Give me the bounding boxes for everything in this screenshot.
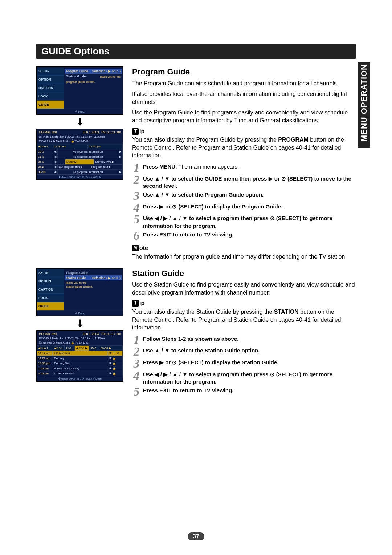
pg-cell: Dummy Two ▶ — [94, 159, 123, 164]
tip-before: You can also display the Station Guide b… — [132, 309, 274, 315]
tv-station-guide-screen: HD Max test Jun 1 2003, Thu 11:17 am DTV… — [36, 330, 123, 382]
pg-ch: 35-1 — [37, 159, 53, 164]
note-label: Note — [132, 244, 356, 252]
step-bold: Follow Steps 1-2 as shown as above. — [143, 336, 238, 342]
pg-tip-text: You can also display the Program Guide b… — [132, 136, 356, 159]
step-num: 3 — [132, 190, 141, 202]
tip-label: Tip — [132, 127, 356, 135]
sg-time: 12:00 pm — [37, 361, 53, 366]
pg-date: Jun 1 2003, Thu 11:21 am — [83, 130, 121, 134]
pg-ch: 11-1 — [37, 154, 53, 159]
step-bold: Use ▲ / ▼ to select the Program Guide op… — [143, 191, 264, 198]
page-number: 37 — [188, 532, 204, 540]
pg-step-1: 1Press MENU. The main menu appears. — [132, 162, 356, 174]
pg-sub2: ⊞Full Info ⊘ Multi Audio 🔒TV-14-D-S — [37, 139, 123, 144]
pg-cell-selected: Dummy — [65, 159, 94, 164]
sg-date: Jun 1 2003, Thu 11:17 am — [83, 332, 121, 336]
sg-chcol-selected: ◀ 35-1 ▶ — [75, 346, 89, 351]
pg-ch: 10-1 — [37, 149, 53, 154]
sg-prog: Dummy — [53, 356, 108, 361]
pg-note-text: The information for program guide and ti… — [132, 253, 356, 261]
sg-tip-text: You can also display the Station Guide b… — [132, 308, 356, 332]
tv-foot-prev: ⏎ Prev. — [37, 109, 123, 114]
sg-sub2: ⊞Full Info ⊘ Multi Audio 🔒TV-14-D-S — [37, 341, 123, 345]
sg-chcol: 35-2 — [89, 346, 99, 351]
tip-label: Tip — [132, 299, 356, 307]
tv-side-caption: CAPTION — [37, 84, 64, 92]
pg-cell: ◀ — [53, 165, 58, 169]
tip-bold: STATION — [274, 309, 299, 315]
tv-item-station-guide: Station Guide — [66, 74, 86, 79]
tip-bold: PROGRAM — [278, 137, 309, 143]
step-bold: Press ▶ or ⊙ (SELECT) to display the Pro… — [143, 203, 282, 210]
pg-intro-1: The Program Guide contains schedule and … — [132, 80, 356, 88]
tv-side-setup: SETUP — [37, 67, 64, 76]
tv-item-sel-hint: Selection ( ▶ or ⊙ ) — [92, 69, 121, 73]
tv-program-guide-screen: HD Max test Jun 1 2003, Thu 11:21 am DTV… — [36, 129, 123, 180]
pg-step-2: 2Use ▲ / ▼ to select the GUIDE menu then… — [132, 174, 356, 190]
pg-foot: ✢Move ⊙Full Info ⟳ Scan ⏎Date — [37, 174, 123, 179]
sg-time: 11:22 am — [37, 356, 53, 361]
pg-title: HD Max test — [39, 130, 57, 134]
sg-step-3: 3Press ▶ or ⊙ (SELECT) to display the St… — [132, 358, 356, 369]
pg-cell: ◀ — [53, 170, 58, 174]
sg-step-2: 2Use ▲ / ▼ to select the Station Guide o… — [132, 346, 356, 357]
pg-intro-2: It also provides local over-the-air chan… — [132, 90, 356, 106]
arrow-down-icon: ⬇ — [36, 117, 123, 127]
sg-date-nav: ◀ Jun 1 — [37, 346, 53, 351]
step-num: 4 — [132, 370, 141, 381]
sg-prog: More Dummies — [53, 371, 108, 376]
tv-foot-prev: ⏎ Prev. — [37, 311, 123, 316]
step-num: 2 — [132, 174, 141, 186]
arrow-down-icon: ⬇ — [36, 319, 123, 329]
sg-icons: ⊞ 🔒 — [108, 356, 123, 361]
tv-side-setup: SETUP — [37, 269, 64, 277]
tv-item-station-guide: Station Guide — [66, 276, 86, 280]
sg-sub1: DTV 35-1 Mete Jun 1 2003, Thu 11:17am-11… — [37, 337, 123, 341]
pg-timecol-1: 12:00 pm — [88, 144, 123, 149]
pg-cell: ▶ — [118, 154, 123, 159]
sg-time: 3:00 pm — [37, 371, 53, 376]
tv-hint-line1: leads you to the — [100, 75, 121, 79]
step-num: 5 — [132, 386, 141, 397]
sg-icons: ⊞ 🔒 ⊘ — [108, 351, 123, 356]
sg-foot: ✢Move ⊙Full Info ⟳ Scan ⏎Date — [37, 376, 123, 381]
sg-step-1: 1Follow Steps 1-2 as shown as above. — [132, 335, 356, 346]
pg-step-5: 5Use ◀ / ▶ / ▲ / ▼ to select a program t… — [132, 214, 356, 230]
tv-menu-station-guide: SETUP OPTION CAPTION LOCK GUIDE Program … — [36, 268, 123, 316]
sg-title: HD Max test — [39, 332, 57, 336]
step-num: 2 — [132, 346, 141, 357]
station-guide-heading: Station Guide — [132, 268, 356, 279]
step-bold: Press EXIT to return to TV viewing. — [143, 387, 233, 393]
sg-time: 1:00 pm — [37, 366, 53, 371]
tip-before: You can also display the Program Guide b… — [132, 137, 278, 143]
step-num: 1 — [132, 335, 141, 346]
tv-side-guide: GUIDE — [37, 302, 64, 311]
step-num: 4 — [132, 202, 141, 214]
pg-cell: No program information — [58, 149, 118, 154]
sg-step-4: 4Use ◀ / ▶ / ▲ / ▼ to select a program t… — [132, 370, 356, 386]
tv-side-lock: LOCK — [37, 294, 64, 302]
sg-chcol: 68-98 ▶ — [99, 346, 123, 351]
step-num: 6 — [132, 230, 141, 242]
pg-cell: ◀ _ _ _ — [53, 159, 65, 164]
sg-step-5: 5Press EXIT to return to TV viewing. — [132, 386, 356, 397]
step-bold: Use ◀ / ▶ / ▲ / ▼ to select a program th… — [143, 371, 332, 385]
tv-hint-line1: leads you to the — [66, 281, 121, 285]
tv-side-option: OPTION — [37, 76, 64, 84]
title-bar: GUIDE Options — [36, 44, 356, 59]
sg-icons: ⊞ 🔒 — [108, 371, 123, 376]
tv-menu-program-guide: SETUP OPTION CAPTION LOCK GUIDE Program … — [36, 66, 123, 115]
step-bold: Use ◀ / ▶ / ▲ / ▼ to select a program th… — [143, 215, 332, 228]
tv-side-guide: GUIDE — [37, 101, 64, 109]
tip-badge-icon: T — [132, 128, 139, 135]
pg-cell: No program information — [58, 170, 118, 174]
tv-side-caption: CAPTION — [37, 285, 64, 294]
step-bold: Use ▲ / ▼ to select the GUIDE menu then … — [143, 175, 351, 189]
pg-cell: SD program three — [58, 165, 90, 169]
pg-date-nav: ◀ Jun 1 — [37, 144, 53, 149]
tv-hint-line2: program guide screen. — [66, 80, 121, 84]
tv-item-program-guide: Program Guide — [66, 69, 88, 73]
pg-cell: No program information — [58, 154, 118, 159]
pg-timecol-0: 11:00 am — [53, 144, 88, 149]
